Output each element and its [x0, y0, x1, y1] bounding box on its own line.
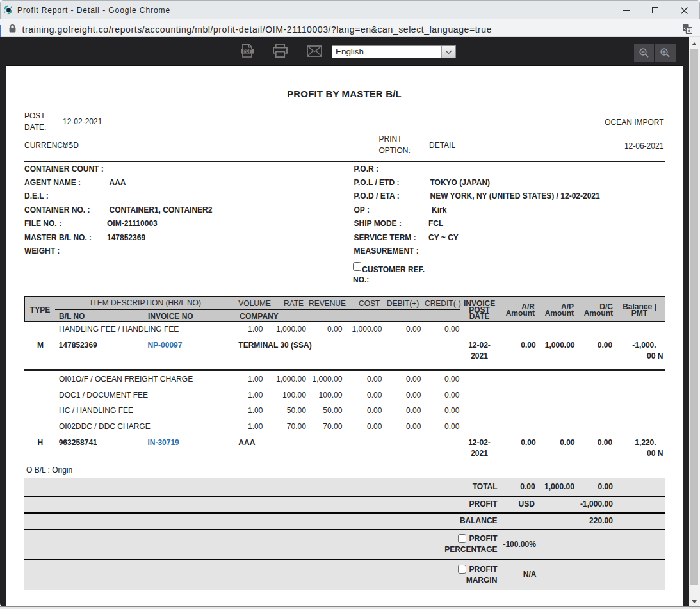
- svg-text:PDF: PDF: [243, 49, 252, 53]
